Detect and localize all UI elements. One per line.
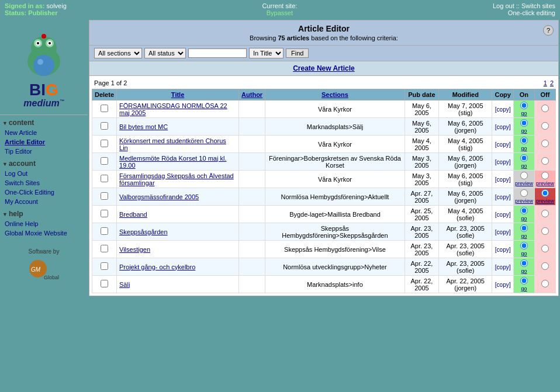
article-title-link-4[interactable]: Medlemsmöte Röda Korset 10 maj kl. 19.00 <box>119 155 226 169</box>
radio-on-4[interactable] <box>520 154 528 162</box>
radio-on-3[interactable] <box>520 137 528 144</box>
radio-on-10[interactable] <box>520 259 528 267</box>
status-filter[interactable]: All status <box>144 48 186 58</box>
th-author-link[interactable]: Author <box>241 91 262 98</box>
preview-link-off-5[interactable]: preview <box>536 181 554 186</box>
delete-checkbox-9[interactable] <box>101 245 108 252</box>
article-title-link-9[interactable]: Vilsestigen <box>119 246 150 253</box>
preview-link-on-6[interactable]: preview <box>515 198 533 204</box>
radio-on-6[interactable] <box>520 189 528 197</box>
article-title-link-10[interactable]: Projekt gång- och cykelbro <box>119 263 195 270</box>
radio-off-10[interactable] <box>541 262 549 270</box>
radio-off-5[interactable] <box>541 172 549 179</box>
sections-filter[interactable]: All sections <box>94 48 142 58</box>
go-link-1[interactable]: go <box>515 110 533 116</box>
create-new-article-link[interactable]: Create New Article <box>293 64 355 72</box>
go-link-4[interactable]: go <box>515 163 533 169</box>
go-link-7[interactable]: go <box>515 216 533 221</box>
radio-on-9[interactable] <box>520 242 528 249</box>
copy-link-10[interactable]: [copy] <box>495 264 511 270</box>
delete-checkbox-1[interactable] <box>101 105 108 112</box>
sidebar-item-global-moxie[interactable]: Global Moxie Website <box>0 228 88 238</box>
search-input[interactable] <box>188 48 247 58</box>
current-site-link[interactable]: Bypasset <box>267 9 293 16</box>
copy-link-5[interactable]: [copy] <box>495 176 511 183</box>
find-button[interactable]: Find <box>286 48 309 58</box>
td-copy: [copy] <box>492 100 514 118</box>
go-link-2[interactable]: go <box>515 128 533 134</box>
copy-link-3[interactable]: [copy] <box>495 141 511 148</box>
sidebar-item-new-article[interactable]: New Article <box>0 128 88 137</box>
preview-link-off-6[interactable]: preview <box>536 198 554 204</box>
radio-off-11[interactable] <box>541 280 549 287</box>
preview-link-on-5[interactable]: preview <box>515 181 533 186</box>
page-2-link[interactable]: 2 <box>550 79 554 86</box>
th-title-link[interactable]: Title <box>171 91 184 98</box>
sidebar-item-online-help[interactable]: Online Help <box>0 219 88 228</box>
logout-link[interactable]: Log out <box>493 2 514 9</box>
delete-checkbox-11[interactable] <box>101 280 108 287</box>
delete-checkbox-2[interactable] <box>101 122 108 130</box>
page-1-link[interactable]: 1 <box>544 79 547 86</box>
delete-checkbox-6[interactable] <box>101 192 108 200</box>
article-title-link-7[interactable]: Bredband <box>119 211 147 218</box>
article-title-link-6[interactable]: Valborgsmässofirande 2005 <box>119 193 199 200</box>
radio-on-8[interactable] <box>520 224 528 232</box>
go-link-10[interactable]: go <box>515 268 533 274</box>
delete-checkbox-10[interactable] <box>101 262 108 270</box>
go-link-11[interactable]: go <box>515 286 533 292</box>
td-on-10: go <box>513 258 534 276</box>
copy-link-2[interactable]: [copy] <box>495 124 511 130</box>
article-title-link-8[interactable]: Skeppsåsgården <box>119 228 168 235</box>
radio-off-2[interactable] <box>541 122 549 130</box>
table-row: Sälj Marknadsplats>info Apr. 22, 2005 Ap… <box>92 276 556 293</box>
go-link-9[interactable]: go <box>515 251 533 256</box>
radio-on-2[interactable] <box>520 119 528 127</box>
delete-checkbox-3[interactable] <box>101 140 108 147</box>
radio-on-5[interactable] <box>520 172 528 179</box>
copy-link-1[interactable]: [copy] <box>495 106 511 113</box>
go-link-3[interactable]: go <box>515 145 533 151</box>
sidebar-item-my-account[interactable]: My Account <box>0 197 88 206</box>
radio-on-1[interactable] <box>520 102 528 109</box>
copy-link-9[interactable]: [copy] <box>495 247 511 253</box>
delete-checkbox-8[interactable] <box>101 227 108 235</box>
sidebar-item-one-click-editing[interactable]: One-Click Editing <box>0 188 88 197</box>
radio-on-7[interactable] <box>520 207 528 214</box>
copy-link-4[interactable]: [copy] <box>495 159 511 165</box>
article-title-link-11[interactable]: Sälj <box>119 281 130 288</box>
radio-off-7[interactable] <box>541 210 549 217</box>
username-link[interactable]: solveig <box>47 2 67 9</box>
articles-table: Delete Title Author Sections Pub date Mo… <box>92 89 556 293</box>
radio-off-1[interactable] <box>541 105 549 112</box>
copy-link-11[interactable]: [copy] <box>495 282 511 288</box>
radio-on-11[interactable] <box>520 277 528 285</box>
radio-off-3[interactable] <box>541 140 549 147</box>
search-in-filter[interactable]: In Title <box>249 48 284 58</box>
radio-off-6[interactable] <box>541 189 549 197</box>
one-click-editing-link[interactable]: One-click editing <box>508 9 555 16</box>
radio-off-9[interactable] <box>541 245 549 252</box>
sidebar-item-log-out[interactable]: Log Out <box>0 169 88 178</box>
delete-checkbox-7[interactable] <box>101 210 108 217</box>
sidebar-item-tip-editor[interactable]: Tip Editor <box>0 147 88 156</box>
help-button[interactable]: ? <box>543 25 554 36</box>
sidebar-item-switch-sites[interactable]: Switch Sites <box>0 178 88 188</box>
delete-checkbox-5[interactable] <box>101 175 108 182</box>
article-title-link-3[interactable]: Körkonsert med studentkören Chorus Lin <box>119 137 226 151</box>
th-sections-link[interactable]: Sections <box>322 91 348 98</box>
article-title-link-1[interactable]: FÖRSAMLINGSDAG NORMLÖSA 22 maj 2005 <box>119 102 227 116</box>
copy-link-7[interactable]: [copy] <box>495 211 511 218</box>
article-title-link-5[interactable]: Församlingsdag Skeppsås och Älvestad för… <box>119 172 234 186</box>
copy-link-6[interactable]: [copy] <box>495 194 511 200</box>
copy-link-8[interactable]: [copy] <box>495 229 511 235</box>
radio-off-4[interactable] <box>541 157 549 165</box>
article-title-link-2[interactable]: Bil bytes mot MC <box>119 123 168 130</box>
radio-off-8[interactable] <box>541 227 549 235</box>
switch-sites-link[interactable]: Switch sites <box>521 2 555 9</box>
go-link-8[interactable]: go <box>515 233 533 239</box>
sidebar-item-article-editor[interactable]: Article Editor <box>0 137 88 147</box>
delete-checkbox-4[interactable] <box>101 157 108 165</box>
td-on-3: go <box>513 136 534 153</box>
main-content: Article Editor Browsing 75 articles base… <box>89 20 559 296</box>
